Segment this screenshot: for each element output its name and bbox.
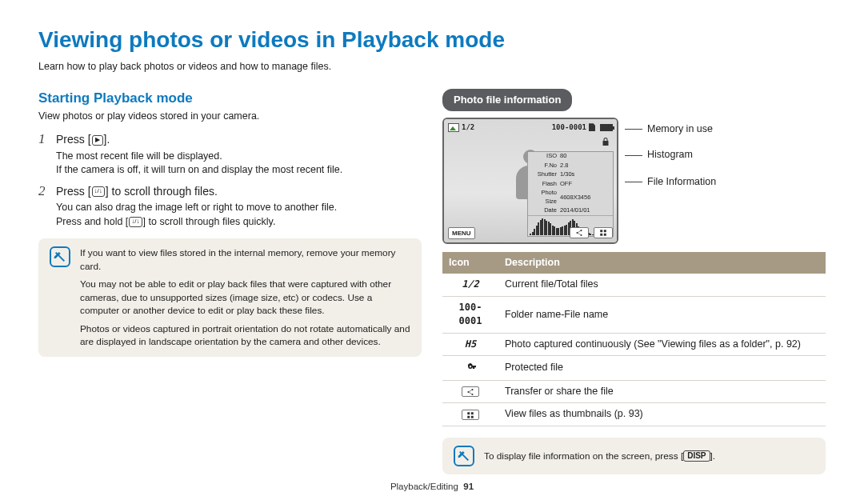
step2-text-pre: Press [ (56, 185, 91, 198)
table-row: 100-0001 Folder name-File name (442, 296, 826, 333)
disp-button-icon: DISP (683, 450, 710, 462)
step2-text-mid: ] to scroll through files. (106, 185, 218, 198)
step1-text-pre: Press [ (56, 133, 91, 146)
svg-point-10 (471, 389, 473, 390)
page-title: Viewing photos or videos in Playback mod… (38, 24, 826, 55)
step-number: 2 (38, 184, 56, 230)
note-box-right: To display file information on the scree… (442, 438, 826, 474)
desc-folderfile: Folder name-File name (498, 296, 826, 333)
step1-sub1: The most recent file will be displayed. (56, 150, 422, 164)
footer-section: Playback/Editing (390, 482, 458, 491)
table-row: View files as thumbnails (p. 93) (442, 403, 826, 426)
lcd-preview: 1/2 100-0001 ISO80 (442, 118, 618, 244)
svg-rect-5 (600, 230, 602, 233)
info-iso-label: ISO (528, 152, 558, 162)
svg-line-12 (469, 390, 471, 392)
info-size: 4608X3456 (558, 189, 613, 206)
desc-continuous: Photo captured continuously (See "Viewin… (498, 333, 826, 356)
svg-rect-7 (600, 234, 602, 236)
table-row: Protected file (442, 356, 826, 381)
svg-point-9 (467, 391, 469, 393)
step-number: 1 (38, 132, 56, 178)
note1-p2: You may not be able to edit or play back… (80, 278, 410, 318)
table-row: 1/2 Current file/Total files (442, 274, 826, 296)
svg-rect-14 (467, 412, 470, 414)
svg-point-11 (471, 394, 473, 395)
note1-p1: If you want to view files stored in the … (80, 246, 410, 273)
picture-icon (448, 123, 459, 132)
note-icon (50, 246, 70, 267)
file-counter: 1/2 (462, 122, 474, 133)
note-icon (454, 446, 474, 466)
svg-rect-6 (604, 230, 606, 233)
step1-sub2: If the camera is off, it will turn on an… (56, 163, 422, 178)
table-row: H5 Photo captured continuously (See "Vie… (442, 333, 826, 356)
table-row: Transfer or share the file (442, 380, 826, 403)
flash-timer-button-icon (129, 217, 142, 227)
note2-post: ]. (710, 450, 716, 463)
icon-folderfile: 100-0001 (459, 302, 482, 327)
info-iso: 80 (558, 152, 613, 162)
info-size-label: Photo Size (528, 189, 558, 206)
th-icon: Icon (442, 252, 498, 274)
menu-button: MENU (448, 227, 475, 239)
section-title: Starting Playback mode (38, 89, 422, 108)
memory-card-icon (589, 123, 595, 131)
svg-line-13 (469, 392, 471, 394)
step2-sub1: You can also drag the image left or righ… (56, 201, 422, 215)
playback-button-icon (92, 135, 103, 146)
info-flash-label: Flash (528, 179, 558, 189)
info-fno: 2.8 (558, 161, 613, 170)
thumbnails-icon (462, 410, 479, 420)
file-info-box: ISO80 F.No2.8 Shutter1/30s FlashOFF Phot… (527, 151, 614, 238)
desc-share: Transfer or share the file (498, 380, 826, 403)
note-box-left: If you want to view files stored in the … (38, 238, 422, 357)
note2-pre: To display file information on the scree… (484, 450, 683, 463)
info-flash: OFF (558, 179, 613, 189)
step-1: 1 Press []. The most recent file will be… (38, 132, 422, 178)
footer-page-number: 91 (463, 482, 474, 491)
left-column: Starting Playback mode View photos or pl… (38, 89, 422, 474)
info-date-label: Date (528, 206, 558, 216)
step2-sub2b: ] to scroll through files quickly. (143, 216, 276, 227)
thumbnails-button-icon (594, 227, 613, 238)
desc-protected: Protected file (498, 356, 826, 381)
svg-rect-15 (471, 412, 474, 414)
right-column: Photo file information 1/2 100-0001 (442, 89, 826, 474)
page-footer: Playback/Editing 91 (0, 480, 864, 493)
step1-text-post: ]. (104, 133, 110, 146)
folder-file-name: 100-0001 (552, 122, 586, 133)
callout-fileinfo: File Information (647, 175, 716, 190)
svg-line-3 (578, 231, 580, 233)
info-fno-label: F.No (528, 161, 558, 170)
svg-rect-8 (604, 234, 606, 236)
svg-rect-16 (467, 415, 470, 418)
info-shutter-label: Shutter (528, 170, 558, 180)
lock-icon (601, 137, 610, 150)
svg-point-1 (580, 230, 582, 231)
section-desc: View photos or play videos stored in you… (38, 110, 422, 124)
th-desc: Description (498, 252, 826, 274)
desc-thumbnails: View files as thumbnails (p. 93) (498, 403, 826, 426)
flash-timer-button-icon (92, 186, 105, 197)
callout-histogram: Histogram (647, 148, 693, 162)
battery-icon (600, 124, 613, 131)
photo-file-info-label: Photo file information (442, 89, 572, 111)
info-date: 2014/01/01 (558, 206, 613, 216)
svg-line-4 (578, 234, 580, 235)
svg-point-2 (580, 234, 582, 236)
key-lock-icon (465, 362, 476, 374)
icon-counter: 1/2 (462, 278, 479, 290)
svg-rect-17 (471, 415, 474, 418)
page-intro: Learn how to play back photos or videos … (38, 60, 826, 74)
svg-point-0 (576, 232, 578, 234)
step-2: 2 Press [] to scroll through files. You … (38, 184, 422, 230)
icon-description-table: Icon Description 1/2 Current file/Total … (442, 252, 826, 426)
share-icon (462, 386, 479, 397)
note1-p3: Photos or videos captured in portrait or… (80, 322, 410, 349)
share-button-icon (570, 227, 589, 238)
info-shutter: 1/30s (558, 170, 613, 180)
desc-counter: Current file/Total files (498, 274, 826, 296)
callout-memory: Memory in use (647, 122, 713, 137)
icon-continuous: H5 (465, 338, 476, 350)
